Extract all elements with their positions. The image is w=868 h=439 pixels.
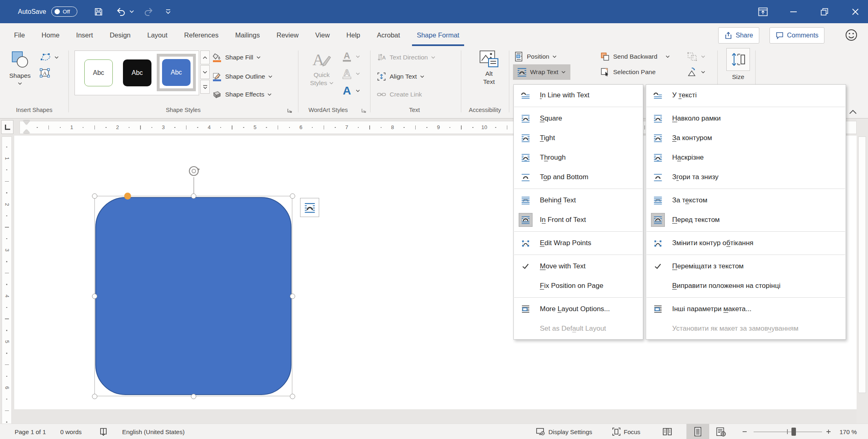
undo-chevron-icon[interactable]: [129, 0, 134, 23]
menu-item[interactable]: In Line with Text: [514, 86, 643, 105]
adjust-handle[interactable]: [124, 193, 131, 200]
resize-handle-n[interactable]: [191, 193, 196, 199]
menu-item[interactable]: Інші параметри макета...: [646, 299, 846, 319]
menu-item[interactable]: Fix Position on Page: [514, 276, 643, 296]
menu-item[interactable]: Edit Wrap Points: [514, 233, 643, 253]
v-ruler[interactable]: 123456: [2, 136, 12, 439]
page-indicator[interactable]: Page 1 of 1: [15, 424, 46, 439]
shapes-button[interactable]: Shapes: [3, 50, 37, 85]
print-layout-button[interactable]: [686, 424, 709, 439]
tab-view[interactable]: View: [307, 23, 338, 47]
autosave-toggle[interactable]: Off: [51, 0, 77, 23]
menu-item[interactable]: Переміщати з текстом: [646, 257, 846, 276]
gallery-scroll-down-button[interactable]: [200, 65, 210, 79]
menu-item[interactable]: In Front of Text: [514, 210, 643, 230]
shape-style-thumbnail[interactable]: Abc: [84, 59, 113, 86]
undo-icon[interactable]: [116, 0, 126, 23]
zoom-slider-track[interactable]: [754, 432, 822, 432]
menu-item[interactable]: Behind Text: [514, 191, 643, 210]
collapse-ribbon-icon[interactable]: [848, 109, 857, 115]
resize-handle-ne[interactable]: [290, 193, 295, 199]
shape-style-thumbnail[interactable]: Abc: [162, 59, 191, 86]
tab-review[interactable]: Review: [268, 23, 307, 47]
menu-item[interactable]: Змінити контур обтікання: [646, 233, 846, 253]
position-button[interactable]: Position: [514, 50, 557, 63]
resize-handle-s[interactable]: [191, 394, 196, 399]
menu-item[interactable]: More Layout Options...: [514, 299, 643, 319]
zoom-slider-thumb[interactable]: [791, 428, 796, 436]
menu-item[interactable]: Навколо рамки: [646, 109, 846, 128]
wrap-text-button[interactable]: Wrap Text: [513, 64, 570, 80]
menu-item[interactable]: Виправити положення на сторінці: [646, 276, 846, 296]
word-count[interactable]: 0 words: [60, 424, 82, 439]
tab-layout[interactable]: Layout: [139, 23, 176, 47]
rotate-handle[interactable]: [187, 165, 200, 197]
customize-quick-access-icon[interactable]: [165, 0, 171, 23]
tab-mailings[interactable]: Mailings: [227, 23, 268, 47]
menu-item[interactable]: Set as Default Layout: [514, 319, 643, 338]
resize-handle-w[interactable]: [92, 294, 97, 299]
text-direction-button[interactable]: A Text Direction: [377, 51, 435, 64]
menu-item[interactable]: Square: [514, 109, 643, 128]
menu-item[interactable]: Tight: [514, 128, 643, 148]
menu-item[interactable]: Move with Text: [514, 257, 643, 276]
rounded-rectangle-shape[interactable]: [95, 197, 292, 395]
save-icon[interactable]: [94, 0, 103, 23]
shape-outline-button[interactable]: Shape Outline: [212, 70, 272, 83]
close-button[interactable]: [851, 0, 860, 23]
tab-stop-selector[interactable]: [1, 120, 13, 134]
menu-item[interactable]: За текстом: [646, 191, 846, 210]
align-text-button[interactable]: Align Text: [377, 70, 424, 83]
menu-item[interactable]: Through: [514, 148, 643, 167]
menu-item[interactable]: Наскрізне: [646, 148, 846, 167]
language-indicator[interactable]: English (United States): [122, 424, 184, 439]
tab-shape-format[interactable]: Shape Format: [408, 23, 468, 47]
gallery-more-button[interactable]: [200, 80, 210, 94]
draw-text-box-button[interactable]: A: [39, 67, 50, 79]
tab-file[interactable]: File: [6, 23, 33, 47]
restore-button[interactable]: [820, 0, 829, 23]
zoom-in-button[interactable]: [826, 424, 831, 439]
menu-item[interactable]: Перед текстом: [646, 210, 846, 230]
layout-options-button[interactable]: [300, 198, 319, 217]
zoom-level[interactable]: 170 %: [840, 424, 857, 439]
scrollbar-thumb[interactable]: [858, 136, 866, 393]
read-mode-button[interactable]: [662, 424, 673, 439]
gallery-scroll-up-button[interactable]: [200, 50, 210, 64]
resize-handle-e[interactable]: [290, 294, 295, 299]
ribbon-display-options-icon[interactable]: [758, 0, 768, 23]
tab-insert[interactable]: Insert: [68, 23, 101, 47]
text-effects-button[interactable]: A: [341, 85, 360, 97]
menu-item[interactable]: Top and Bottom: [514, 167, 643, 187]
edit-shape-button[interactable]: [39, 51, 59, 64]
shape-style-thumbnail[interactable]: Abc: [123, 59, 151, 86]
first-line-indent-marker[interactable]: [23, 121, 30, 125]
menu-item[interactable]: Установити як макет за замовчуванням: [646, 319, 846, 338]
rotate-objects-button[interactable]: [686, 66, 705, 78]
alt-text-button[interactable]: Alt Text: [471, 50, 507, 86]
focus-button[interactable]: Focus: [612, 424, 640, 439]
comments-button[interactable]: Comments: [769, 27, 824, 44]
resize-handle-nw[interactable]: [92, 193, 97, 199]
tab-home[interactable]: Home: [33, 23, 68, 47]
tab-references[interactable]: References: [176, 23, 227, 47]
shape-fill-button[interactable]: Shape Fill: [212, 51, 261, 64]
tab-help[interactable]: Help: [338, 23, 368, 47]
web-layout-button[interactable]: [716, 424, 726, 439]
size-button[interactable]: Size: [721, 48, 756, 81]
create-link-button[interactable]: Create Link: [377, 88, 422, 101]
resize-handle-se[interactable]: [290, 394, 295, 399]
text-outline-button[interactable]: A: [341, 68, 360, 80]
menu-item[interactable]: Згори та знизу: [646, 167, 846, 187]
minimize-button[interactable]: [789, 0, 798, 23]
menu-item[interactable]: У тексті: [646, 86, 846, 105]
text-fill-button[interactable]: A: [341, 50, 360, 63]
send-backward-button[interactable]: Send Backward: [600, 50, 670, 63]
menu-item[interactable]: За контуром: [646, 128, 846, 148]
wordart-dialog-launcher-icon[interactable]: [361, 108, 367, 114]
group-objects-button[interactable]: [686, 50, 705, 63]
zoom-out-button[interactable]: [742, 424, 747, 439]
shape-effects-button[interactable]: Shape Effects: [212, 88, 272, 101]
quick-styles-button[interactable]: A Quick Styles: [304, 50, 340, 87]
selection-pane-button[interactable]: Selection Pane: [600, 66, 655, 78]
